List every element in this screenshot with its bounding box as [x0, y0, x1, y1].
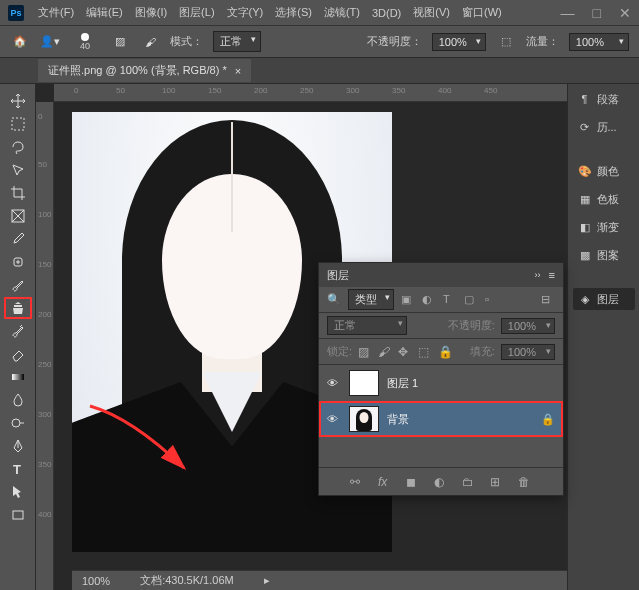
rectangle-tool[interactable]: [4, 504, 32, 526]
paragraph-icon: ¶: [577, 92, 593, 106]
layer-opacity-input[interactable]: 100%: [501, 318, 555, 334]
layer-group-icon[interactable]: 🗀: [462, 475, 476, 489]
menu-select[interactable]: 选择(S): [269, 5, 318, 20]
brush-tool[interactable]: [4, 274, 32, 296]
close-tab-icon[interactable]: ×: [235, 65, 241, 77]
tool-preset-icon[interactable]: 👤▾: [40, 32, 60, 52]
flow-input[interactable]: 100%: [569, 33, 629, 51]
lock-position-icon[interactable]: ✥: [398, 345, 412, 359]
svg-rect-0: [12, 118, 24, 130]
visibility-icon[interactable]: 👁: [327, 377, 341, 389]
blend-mode-select[interactable]: 正常: [213, 31, 261, 52]
filter-adjust-icon[interactable]: ◐: [422, 293, 436, 307]
filter-smart-icon[interactable]: ▫: [485, 293, 499, 307]
menu-filter[interactable]: 滤镜(T): [318, 5, 366, 20]
delete-layer-icon[interactable]: 🗑: [518, 475, 532, 489]
blur-tool[interactable]: [4, 389, 32, 411]
menu-edit[interactable]: 编辑(E): [80, 5, 129, 20]
healing-tool[interactable]: [4, 251, 32, 273]
panel-gradient[interactable]: ◧渐变: [573, 216, 635, 238]
layer-thumbnail[interactable]: [349, 370, 379, 396]
dodge-tool[interactable]: [4, 412, 32, 434]
layers-icon: ◈: [577, 292, 593, 306]
collapse-icon[interactable]: ››: [535, 270, 541, 280]
menu-file[interactable]: 文件(F): [32, 5, 80, 20]
filter-type-icon[interactable]: T: [443, 293, 457, 307]
lasso-tool[interactable]: [4, 136, 32, 158]
lock-all-icon[interactable]: 🔒: [438, 345, 452, 359]
visibility-icon[interactable]: 👁: [327, 413, 341, 425]
blend-mode-select[interactable]: 正常: [327, 316, 407, 335]
panel-menu-icon[interactable]: ≡: [549, 269, 555, 281]
history-icon: ⟳: [577, 120, 593, 134]
panel-patterns[interactable]: ▩图案: [573, 244, 635, 266]
panel-paragraph[interactable]: ¶段落: [573, 88, 635, 110]
svg-text:T: T: [13, 462, 21, 477]
gradient-tool[interactable]: [4, 366, 32, 388]
menu-window[interactable]: 窗口(W): [456, 5, 508, 20]
filter-pixel-icon[interactable]: ▣: [401, 293, 415, 307]
lock-transparent-icon[interactable]: ▨: [358, 345, 372, 359]
lock-artboard-icon[interactable]: ⬚: [418, 345, 432, 359]
pressure-opacity-icon[interactable]: ⬚: [496, 32, 516, 52]
panel-history[interactable]: ⟳历...: [573, 116, 635, 138]
pen-tool[interactable]: [4, 435, 32, 457]
clone-stamp-tool[interactable]: [4, 297, 32, 319]
menu-layer[interactable]: 图层(L): [173, 5, 220, 20]
new-layer-icon[interactable]: ⊞: [490, 475, 504, 489]
zoom-value[interactable]: 100%: [82, 575, 110, 587]
opacity-label: 不透明度：: [367, 34, 422, 49]
ruler-vertical[interactable]: 050100150200250300350400: [36, 102, 54, 590]
brush-panel-icon[interactable]: ▨: [110, 32, 130, 52]
filter-type-select[interactable]: 类型: [348, 289, 394, 310]
layer-mask-icon[interactable]: ◼: [406, 475, 420, 489]
panel-color[interactable]: 🎨颜色: [573, 160, 635, 182]
panel-layers[interactable]: ◈图层: [573, 288, 635, 310]
layer-name[interactable]: 图层 1: [387, 376, 555, 391]
menu-type[interactable]: 文字(Y): [221, 5, 270, 20]
status-chevron-icon[interactable]: ▸: [264, 574, 270, 587]
layer-fx-icon[interactable]: fx: [378, 475, 392, 489]
layer-fill-input[interactable]: 100%: [501, 344, 555, 360]
document-tab[interactable]: 证件照.png @ 100% (背景, RGB/8) * ×: [38, 59, 251, 82]
document-tabs: 证件照.png @ 100% (背景, RGB/8) * ×: [0, 58, 639, 84]
brush-settings-icon[interactable]: 🖌: [140, 32, 160, 52]
panel-swatches[interactable]: ▦色板: [573, 188, 635, 210]
quick-select-tool[interactable]: [4, 159, 32, 181]
fill-label: 填充:: [470, 344, 495, 359]
frame-tool[interactable]: [4, 205, 32, 227]
lock-icon[interactable]: 🔒: [541, 413, 555, 426]
history-brush-tool[interactable]: [4, 320, 32, 342]
marquee-tool[interactable]: [4, 113, 32, 135]
layer-name[interactable]: 背景: [387, 412, 533, 427]
opacity-input[interactable]: 100%: [432, 33, 486, 51]
layers-panel-header[interactable]: 图层 ›› ≡: [319, 263, 563, 287]
layer-row[interactable]: 👁 背景 🔒: [319, 401, 563, 437]
filter-shape-icon[interactable]: ▢: [464, 293, 478, 307]
layer-row[interactable]: 👁 图层 1: [319, 365, 563, 401]
palette-icon: 🎨: [577, 164, 593, 178]
minimize-icon[interactable]: —: [561, 5, 575, 21]
eyedropper-tool[interactable]: [4, 228, 32, 250]
maximize-icon[interactable]: □: [593, 5, 601, 21]
move-tool[interactable]: [4, 90, 32, 112]
layer-thumbnail[interactable]: [349, 406, 379, 432]
menu-3d[interactable]: 3D(D): [366, 7, 407, 19]
close-icon[interactable]: ✕: [619, 5, 631, 21]
ruler-horizontal[interactable]: 050100150200250300350400450: [54, 84, 567, 102]
link-layers-icon[interactable]: ⚯: [350, 475, 364, 489]
brush-preset[interactable]: 40: [70, 33, 100, 51]
crop-tool[interactable]: [4, 182, 32, 204]
search-icon[interactable]: 🔍: [327, 293, 341, 306]
document-info[interactable]: 文档:430.5K/1.06M: [140, 573, 234, 588]
menu-view[interactable]: 视图(V): [407, 5, 456, 20]
home-icon[interactable]: 🏠: [10, 32, 30, 52]
path-select-tool[interactable]: [4, 481, 32, 503]
menu-image[interactable]: 图像(I): [129, 5, 173, 20]
eraser-tool[interactable]: [4, 343, 32, 365]
filter-toggle-icon[interactable]: ⊟: [541, 293, 555, 307]
type-tool[interactable]: T: [4, 458, 32, 480]
lock-image-icon[interactable]: 🖌: [378, 345, 392, 359]
mode-label: 模式：: [170, 34, 203, 49]
adjustment-layer-icon[interactable]: ◐: [434, 475, 448, 489]
